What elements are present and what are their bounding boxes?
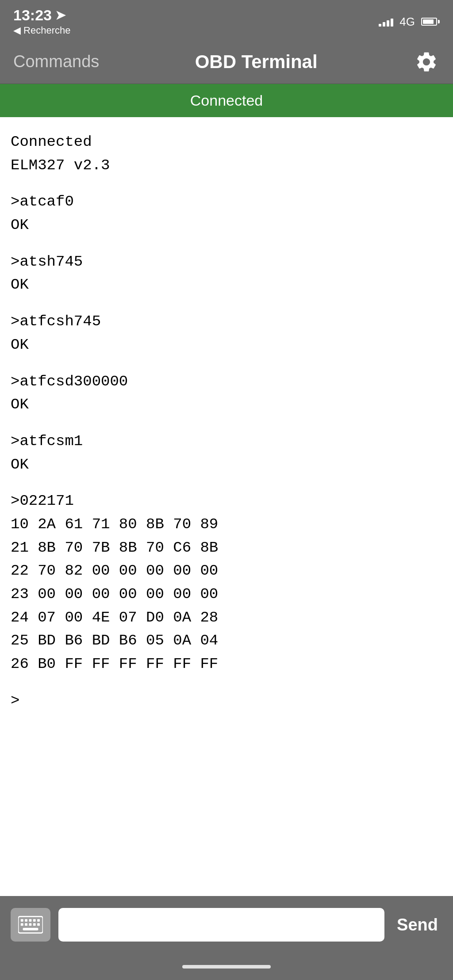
terminal-blank-line <box>11 177 442 190</box>
terminal-blank-line <box>11 237 442 250</box>
svg-rect-10 <box>37 923 40 926</box>
terminal-line: OK <box>11 333 442 357</box>
terminal-blank-line <box>11 297 442 310</box>
terminal-line: ELM327 v2.3 <box>11 154 442 177</box>
connected-banner: Connected <box>0 84 453 117</box>
terminal-line: 26 B0 FF FF FF FF FF FF <box>11 652 442 676</box>
terminal-line: 24 07 00 4E 07 D0 0A 28 <box>11 606 442 629</box>
status-time: 13:23 ➤ <box>13 7 71 23</box>
terminal-output: ConnectedELM327 v2.3>atcaf0OK>atsh745OK>… <box>0 117 453 896</box>
network-type: 4G <box>399 15 415 29</box>
gear-icon <box>415 50 438 74</box>
svg-rect-11 <box>23 928 38 930</box>
terminal-line: >atcaf0 <box>11 190 442 214</box>
terminal-line: 23 00 00 00 00 00 00 00 <box>11 583 442 606</box>
svg-rect-5 <box>37 919 40 922</box>
svg-rect-3 <box>29 919 32 922</box>
time-display: 13:23 <box>13 7 52 23</box>
send-button[interactable]: Send <box>392 915 442 934</box>
battery-fill <box>423 19 434 24</box>
back-navigation[interactable]: ◀ Recherche <box>13 25 71 36</box>
terminal-line: 25 BD B6 BD B6 05 0A 04 <box>11 629 442 652</box>
terminal-line: OK <box>11 393 442 416</box>
terminal-line: OK <box>11 214 442 237</box>
battery-icon <box>421 18 440 26</box>
terminal-line: 10 2A 61 71 80 8B 70 89 <box>11 513 442 536</box>
terminal-blank-line <box>11 476 442 489</box>
terminal-line: 22 70 82 00 00 00 00 00 <box>11 559 442 583</box>
terminal-line: Connected <box>11 130 442 154</box>
terminal-blank-line <box>11 676 442 689</box>
svg-rect-6 <box>21 923 23 926</box>
status-bar: 13:23 ➤ ◀ Recherche 4G <box>0 0 453 40</box>
svg-rect-2 <box>25 919 27 922</box>
settings-button[interactable] <box>413 49 440 75</box>
bottom-bar: Send <box>0 896 453 953</box>
signal-bar-1 <box>379 24 381 27</box>
command-input[interactable] <box>58 908 384 942</box>
terminal-line: > <box>11 689 442 713</box>
terminal-line: 21 8B 70 7B 8B 70 C6 8B <box>11 536 442 560</box>
page-title: OBD Terminal <box>195 51 318 72</box>
commands-nav-button[interactable]: Commands <box>13 52 99 71</box>
battery-tip <box>438 20 440 23</box>
battery-body <box>421 18 437 26</box>
signal-bar-3 <box>387 20 389 27</box>
location-icon: ➤ <box>55 9 65 23</box>
svg-rect-8 <box>29 923 32 926</box>
terminal-line: >atfcsh745 <box>11 310 442 333</box>
terminal-blank-line <box>11 416 442 430</box>
home-bar <box>182 965 271 969</box>
signal-bar-4 <box>391 19 393 27</box>
nav-bar: Commands OBD Terminal <box>0 40 453 84</box>
status-bar-right: 4G <box>379 15 440 29</box>
terminal-line: >atfcsm1 <box>11 430 442 453</box>
terminal-line: OK <box>11 453 442 477</box>
svg-rect-1 <box>21 919 23 922</box>
terminal-line: >atfcsd300000 <box>11 370 442 393</box>
keyboard-icon <box>18 916 43 934</box>
signal-bar-2 <box>383 22 385 27</box>
keyboard-button[interactable] <box>11 908 50 942</box>
signal-icon <box>379 17 393 27</box>
svg-rect-9 <box>33 923 36 926</box>
svg-rect-7 <box>25 923 27 926</box>
terminal-line: >022171 <box>11 489 442 513</box>
terminal-line: >atsh745 <box>11 250 442 274</box>
status-bar-left: 13:23 ➤ ◀ Recherche <box>13 7 71 36</box>
terminal-line: OK <box>11 273 442 297</box>
home-indicator <box>0 953 453 980</box>
svg-rect-4 <box>33 919 36 922</box>
terminal-blank-line <box>11 357 442 370</box>
